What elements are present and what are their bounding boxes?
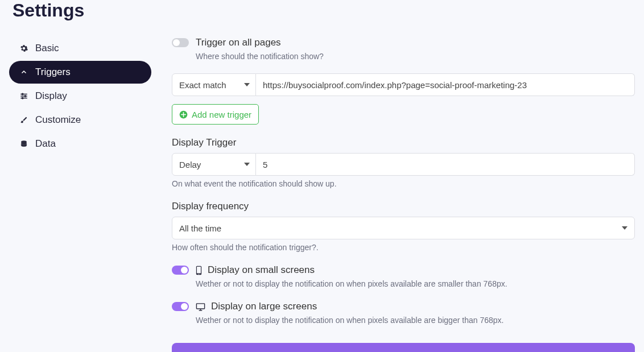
sidebar-item-customize[interactable]: Customize	[9, 109, 151, 131]
sidebar-item-label: Data	[35, 138, 56, 150]
svg-rect-9	[197, 266, 201, 273]
brush-icon	[19, 115, 28, 125]
display-large-screens-label: Display on large screens	[211, 301, 317, 312]
database-icon	[19, 139, 28, 148]
sidebar-item-label: Basic	[35, 43, 59, 54]
mobile-icon	[196, 266, 202, 275]
trigger-all-pages-help: Where should the notification show?	[196, 52, 635, 61]
add-new-trigger-label: Add new trigger	[192, 110, 251, 119]
trigger-url-input[interactable]	[256, 73, 635, 96]
sidebar: Basic Triggers Display Customize Data	[9, 37, 151, 352]
display-frequency-label: Display frequency	[172, 201, 635, 212]
chevron-up-icon	[19, 68, 28, 77]
display-frequency-select[interactable]: All the time	[172, 217, 635, 239]
svg-point-3	[22, 93, 23, 94]
trigger-all-pages-toggle[interactable]	[172, 38, 189, 47]
display-trigger-label: Display Trigger	[172, 137, 635, 148]
update-button[interactable]: Update	[172, 343, 635, 352]
page-title: Settings	[13, 0, 635, 21]
sidebar-item-label: Customize	[35, 114, 81, 126]
plus-circle-icon	[179, 110, 188, 119]
trigger-match-type-select[interactable]: Exact match	[172, 73, 256, 96]
desktop-icon	[196, 303, 205, 311]
display-trigger-type-select[interactable]: Delay	[172, 153, 256, 176]
sidebar-item-triggers[interactable]: Triggers	[9, 61, 151, 84]
sliders-icon	[19, 92, 28, 101]
svg-point-10	[199, 274, 199, 274]
display-small-screens-toggle[interactable]	[172, 266, 189, 275]
svg-point-4	[24, 96, 26, 97]
display-large-screens-help: Wether or not to display the notificatio…	[196, 316, 635, 325]
svg-point-5	[22, 97, 23, 98]
display-large-screens-toggle[interactable]	[172, 302, 189, 311]
display-frequency-help: How often should the notification trigge…	[172, 243, 635, 252]
display-small-screens-help: Wether or not to display the notificatio…	[196, 279, 635, 288]
svg-rect-11	[196, 303, 204, 308]
display-trigger-help: On what event the notification should sh…	[172, 179, 635, 188]
trigger-all-pages-label: Trigger on all pages	[196, 37, 281, 48]
sidebar-item-label: Display	[35, 90, 67, 102]
sidebar-item-label: Triggers	[35, 67, 71, 78]
display-small-screens-label: Display on small screens	[208, 264, 315, 276]
sidebar-item-display[interactable]: Display	[9, 85, 151, 107]
sidebar-item-data[interactable]: Data	[9, 132, 151, 155]
sidebar-item-basic[interactable]: Basic	[9, 37, 151, 60]
add-new-trigger-button[interactable]: Add new trigger	[172, 104, 259, 125]
display-trigger-value-input[interactable]	[256, 153, 635, 176]
main-content: Trigger on all pages Where should the no…	[172, 37, 635, 352]
gear-icon	[19, 44, 28, 53]
